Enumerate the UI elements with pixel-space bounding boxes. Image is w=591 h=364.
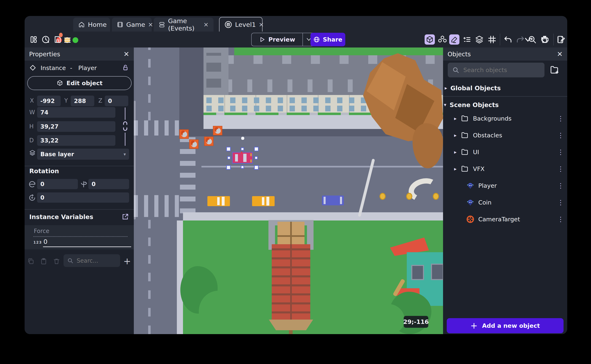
scene-taxi[interactable] [207, 196, 230, 206]
edit-mode-pencil-icon[interactable] [449, 34, 459, 45]
tab-level1[interactable]: Level1 × [219, 17, 263, 32]
zoom-in-icon[interactable] [527, 34, 537, 45]
variable-name[interactable]: Force [34, 228, 49, 234]
object-row-player[interactable]: Player ⋮ [443, 179, 567, 193]
x-label: X [30, 97, 34, 104]
kebab-menu-icon[interactable]: ⋮ [558, 148, 564, 156]
toggle-3d-view-icon[interactable] [425, 34, 435, 45]
folder-row-vfx[interactable]: ▸ VFX ⋮ [443, 162, 567, 176]
selection-handle[interactable] [227, 156, 231, 159]
scene-objects-section[interactable]: ▾ Scene Objects [443, 98, 567, 111]
scene-rock-lobe[interactable] [412, 123, 443, 168]
delete-trash-icon[interactable] [539, 34, 550, 45]
rotation-title: Rotation [29, 168, 59, 175]
add-new-object-button[interactable]: + Add a new object [447, 318, 564, 333]
tab-game[interactable]: Game × [112, 18, 152, 32]
layers-icon[interactable] [474, 34, 485, 45]
tab-game-events[interactable]: Game (Events) × [154, 18, 213, 32]
object-row-cameratarget[interactable]: CameraTarget ⋮ [443, 212, 567, 227]
add-variable-plus-icon[interactable]: + [123, 256, 131, 266]
scene-canvas[interactable]: 29;-116 [134, 47, 443, 334]
kebab-menu-icon[interactable]: ⋮ [558, 199, 564, 206]
scene-taxi[interactable] [252, 196, 275, 206]
y-input[interactable] [71, 96, 94, 106]
scene-bone[interactable] [406, 175, 441, 204]
unlock-icon[interactable] [122, 64, 129, 72]
preview-button[interactable]: Preview [251, 33, 302, 46]
variables-search[interactable] [64, 254, 120, 267]
object-row-coin[interactable]: Coin ⋮ [443, 195, 567, 210]
scene-coin[interactable] [379, 193, 386, 200]
edit-object-button[interactable]: Edit object [27, 76, 132, 90]
instances-list-icon[interactable] [462, 34, 472, 45]
rotation-handle[interactable] [241, 137, 244, 140]
selection-handle[interactable] [241, 147, 244, 151]
folder-row-obstacles[interactable]: ▸ Obstacles ⋮ [443, 128, 567, 143]
selection-handle[interactable] [226, 147, 231, 151]
selection-handle[interactable] [254, 147, 259, 151]
house-window [431, 264, 443, 280]
edit-scene-properties-icon[interactable] [556, 34, 566, 45]
folder-row-ui[interactable]: ▸ UI ⋮ [443, 145, 567, 159]
unsaved-changes-dot [59, 33, 63, 37]
kebab-menu-icon[interactable]: ⋮ [558, 131, 564, 139]
h-input[interactable] [37, 121, 115, 132]
d-input[interactable] [37, 135, 115, 146]
selection-handle[interactable] [254, 165, 259, 170]
x-input[interactable] [37, 96, 61, 106]
close-icon[interactable]: ✕ [557, 51, 563, 58]
undo-icon[interactable] [503, 34, 513, 45]
close-tab-icon[interactable]: × [204, 21, 209, 28]
rotation-x-input[interactable] [37, 179, 78, 189]
scene-crate-obstacle[interactable] [204, 136, 213, 146]
rotation-y-input[interactable] [88, 179, 129, 189]
z-input[interactable] [105, 96, 128, 106]
copy-icon[interactable] [27, 258, 34, 265]
kebab-menu-icon[interactable]: ⋮ [558, 115, 564, 123]
layer-select[interactable]: Base layer ▾ [37, 149, 129, 160]
global-objects-section[interactable]: ▸ Global Objects [443, 82, 567, 94]
folder-label: Backgrounds [473, 115, 511, 122]
scene-crate-obstacle[interactable] [179, 129, 189, 139]
folder-row-backgrounds[interactable]: ▸ Backgrounds ⋮ [443, 111, 567, 126]
canvas-scrollbar[interactable] [134, 101, 136, 220]
scene-crate-obstacle[interactable] [189, 139, 199, 149]
selection-handle[interactable] [254, 156, 258, 159]
scene-coin[interactable] [433, 193, 439, 200]
variable-name-underline [33, 236, 127, 237]
close-icon[interactable]: ✕ [124, 51, 130, 58]
rotation-z-input[interactable] [37, 192, 129, 203]
chevron-right-icon: ▸ [454, 149, 457, 155]
grid-icon[interactable] [487, 34, 497, 45]
open-variables-external-icon[interactable] [121, 213, 129, 221]
close-tab-icon[interactable]: × [259, 21, 264, 28]
kebab-menu-icon[interactable]: ⋮ [558, 165, 564, 173]
objects-search-input[interactable] [463, 66, 538, 74]
objects-search[interactable] [448, 63, 545, 77]
tab-home[interactable]: Home [73, 18, 110, 32]
kebab-menu-icon[interactable]: ⋮ [558, 215, 564, 223]
selected-instance-player-car[interactable] [232, 152, 253, 163]
link-dimensions-icon[interactable] [122, 121, 128, 131]
history-icon[interactable] [40, 34, 51, 45]
kebab-menu-icon[interactable]: ⋮ [558, 182, 564, 189]
variables-search-input[interactable] [76, 257, 114, 264]
objects-cubes-icon[interactable] [437, 34, 448, 45]
close-tab-icon[interactable]: × [148, 21, 153, 28]
paste-icon[interactable] [40, 258, 47, 265]
share-button[interactable]: Share [311, 33, 345, 46]
selection-handle[interactable] [226, 165, 231, 170]
scene-road-dashes [148, 47, 151, 120]
scene-coin[interactable] [406, 193, 412, 200]
scene-tower[interactable] [268, 220, 313, 334]
trash-icon[interactable] [53, 258, 60, 265]
selection-handle[interactable] [241, 165, 244, 169]
z-label: Z [98, 97, 102, 104]
w-input[interactable] [37, 107, 115, 118]
redo-icon[interactable] [515, 34, 525, 45]
panels-layout-icon[interactable] [29, 34, 39, 45]
variable-value[interactable]: 0 [43, 238, 47, 245]
add-folder-icon[interactable] [549, 65, 560, 75]
scene-crate-obstacle[interactable] [213, 126, 222, 135]
scene-blue-car[interactable] [322, 195, 344, 205]
